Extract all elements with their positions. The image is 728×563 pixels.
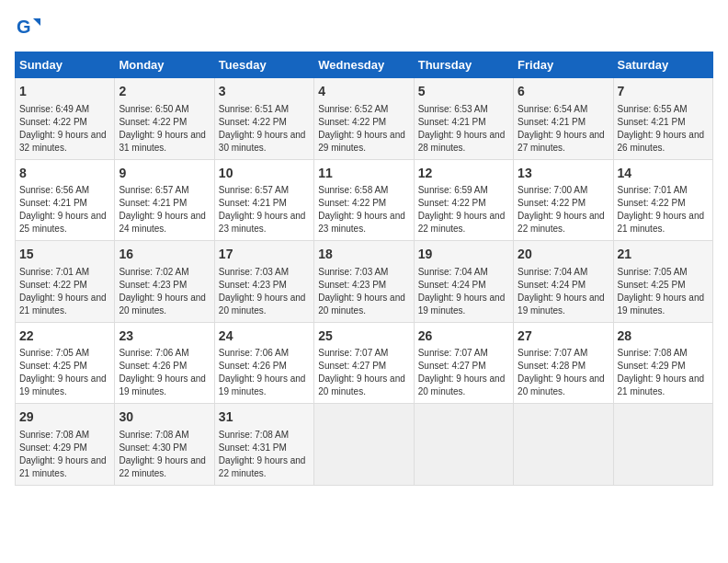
calendar-cell: 31Sunrise: 7:08 AMSunset: 4:31 PMDayligh… [214, 404, 313, 486]
sunrise: Sunrise: 7:06 AM [219, 348, 289, 358]
calendar-cell: 5Sunrise: 6:53 AMSunset: 4:21 PMDaylight… [414, 78, 513, 160]
weekday-header-thursday: Thursday [414, 52, 513, 78]
sunset: Sunset: 4:25 PM [19, 361, 87, 371]
sunset: Sunset: 4:30 PM [119, 442, 187, 453]
sunset: Sunset: 4:21 PM [219, 198, 287, 208]
sunrise: Sunrise: 7:03 AM [219, 267, 289, 277]
day-number: 11 [318, 165, 409, 183]
sunrise: Sunrise: 6:54 AM [518, 104, 587, 114]
weekday-header-wednesday: Wednesday [314, 52, 414, 78]
daylight: Daylight: 9 hours and 26 minutes. [618, 130, 705, 153]
day-number: 15 [19, 246, 110, 264]
day-number: 12 [418, 165, 509, 183]
day-number: 13 [518, 165, 609, 183]
sunset: Sunset: 4:22 PM [119, 117, 187, 127]
daylight: Daylight: 9 hours and 20 minutes. [418, 373, 506, 396]
calendar-cell: 11Sunrise: 6:58 AMSunset: 4:22 PMDayligh… [314, 159, 414, 241]
sunset: Sunset: 4:28 PM [518, 361, 586, 371]
sunrise: Sunrise: 6:52 AM [318, 104, 388, 114]
day-number: 2 [119, 83, 210, 101]
calendar-cell [314, 404, 414, 486]
sunrise: Sunrise: 7:05 AM [19, 348, 89, 358]
calendar-cell: 14Sunrise: 7:01 AMSunset: 4:22 PMDayligh… [613, 159, 712, 241]
calendar-cell [613, 404, 712, 486]
sunset: Sunset: 4:22 PM [618, 198, 686, 208]
sunset: Sunset: 4:25 PM [618, 280, 686, 290]
weekday-header-saturday: Saturday [613, 52, 712, 78]
daylight: Daylight: 9 hours and 19 minutes. [418, 293, 506, 316]
sunset: Sunset: 4:22 PM [19, 117, 87, 127]
day-number: 18 [318, 246, 409, 264]
sunrise: Sunrise: 7:03 AM [318, 267, 388, 277]
calendar-cell: 2Sunrise: 6:50 AMSunset: 4:22 PMDaylight… [115, 78, 214, 160]
sunrise: Sunrise: 7:08 AM [119, 430, 188, 440]
sunset: Sunset: 4:22 PM [318, 117, 386, 127]
sunset: Sunset: 4:24 PM [518, 280, 586, 290]
day-number: 23 [119, 327, 210, 346]
day-number: 25 [318, 327, 409, 346]
sunrise: Sunrise: 7:06 AM [119, 348, 188, 358]
sunset: Sunset: 4:21 PM [19, 198, 87, 208]
calendar-cell: 9Sunrise: 6:57 AMSunset: 4:21 PMDaylight… [115, 159, 214, 241]
day-number: 5 [418, 83, 509, 101]
daylight: Daylight: 9 hours and 19 minutes. [119, 373, 206, 396]
day-number: 21 [618, 246, 709, 264]
weekday-header-friday: Friday [514, 52, 613, 78]
calendar-cell: 30Sunrise: 7:08 AMSunset: 4:30 PMDayligh… [115, 404, 214, 486]
logo-icon: G [15, 15, 40, 40]
sunrise: Sunrise: 7:08 AM [618, 348, 688, 358]
calendar-cell: 20Sunrise: 7:04 AMSunset: 4:24 PMDayligh… [514, 241, 613, 323]
sunrise: Sunrise: 6:49 AM [19, 104, 89, 114]
day-number: 22 [19, 327, 110, 346]
calendar-cell: 3Sunrise: 6:51 AMSunset: 4:22 PMDaylight… [214, 78, 313, 160]
sunset: Sunset: 4:22 PM [19, 280, 87, 290]
day-number: 6 [518, 83, 609, 101]
day-number: 9 [119, 165, 210, 183]
day-number: 7 [618, 83, 709, 101]
sunset: Sunset: 4:22 PM [518, 198, 586, 208]
calendar-cell: 13Sunrise: 7:00 AMSunset: 4:22 PMDayligh… [514, 159, 613, 241]
calendar-cell: 4Sunrise: 6:52 AMSunset: 4:22 PMDaylight… [314, 78, 414, 160]
sunrise: Sunrise: 6:50 AM [119, 104, 188, 114]
sunset: Sunset: 4:23 PM [219, 280, 287, 290]
daylight: Daylight: 9 hours and 19 minutes. [219, 373, 306, 396]
sunset: Sunset: 4:26 PM [219, 361, 287, 371]
calendar-cell: 22Sunrise: 7:05 AMSunset: 4:25 PMDayligh… [16, 322, 115, 404]
sunset: Sunset: 4:31 PM [219, 442, 287, 453]
daylight: Daylight: 9 hours and 23 minutes. [219, 211, 306, 234]
sunrise: Sunrise: 7:04 AM [418, 267, 488, 277]
sunrise: Sunrise: 7:00 AM [518, 185, 587, 195]
calendar-cell: 8Sunrise: 6:56 AMSunset: 4:21 PMDaylight… [16, 159, 115, 241]
calendar-cell: 10Sunrise: 6:57 AMSunset: 4:21 PMDayligh… [214, 159, 313, 241]
day-number: 20 [518, 246, 609, 264]
day-number: 19 [418, 246, 509, 264]
daylight: Daylight: 9 hours and 23 minutes. [318, 211, 405, 234]
daylight: Daylight: 9 hours and 21 minutes. [618, 211, 705, 234]
sunrise: Sunrise: 6:57 AM [219, 185, 289, 195]
sunset: Sunset: 4:22 PM [219, 117, 287, 127]
sunrise: Sunrise: 7:05 AM [618, 267, 688, 277]
sunset: Sunset: 4:27 PM [418, 361, 486, 371]
sunrise: Sunrise: 6:56 AM [19, 185, 89, 195]
sunrise: Sunrise: 7:07 AM [518, 348, 587, 358]
daylight: Daylight: 9 hours and 30 minutes. [219, 130, 306, 153]
day-number: 10 [219, 165, 310, 183]
weekday-header-tuesday: Tuesday [214, 52, 313, 78]
calendar-cell: 17Sunrise: 7:03 AMSunset: 4:23 PMDayligh… [214, 241, 313, 323]
calendar-cell: 12Sunrise: 6:59 AMSunset: 4:22 PMDayligh… [414, 159, 513, 241]
day-number: 16 [119, 246, 210, 264]
calendar-cell: 29Sunrise: 7:08 AMSunset: 4:29 PMDayligh… [16, 404, 115, 486]
daylight: Daylight: 9 hours and 29 minutes. [318, 130, 405, 153]
calendar-cell: 27Sunrise: 7:07 AMSunset: 4:28 PMDayligh… [514, 322, 613, 404]
calendar-cell: 16Sunrise: 7:02 AMSunset: 4:23 PMDayligh… [115, 241, 214, 323]
day-number: 29 [19, 408, 110, 427]
sunset: Sunset: 4:22 PM [318, 198, 386, 208]
day-number: 17 [219, 246, 310, 264]
calendar-cell: 18Sunrise: 7:03 AMSunset: 4:23 PMDayligh… [314, 241, 414, 323]
sunrise: Sunrise: 6:51 AM [219, 104, 289, 114]
sunset: Sunset: 4:21 PM [119, 198, 187, 208]
sunrise: Sunrise: 7:02 AM [119, 267, 188, 277]
sunset: Sunset: 4:21 PM [618, 117, 686, 127]
sunrise: Sunrise: 7:04 AM [518, 267, 587, 277]
daylight: Daylight: 9 hours and 22 minutes. [219, 455, 306, 478]
